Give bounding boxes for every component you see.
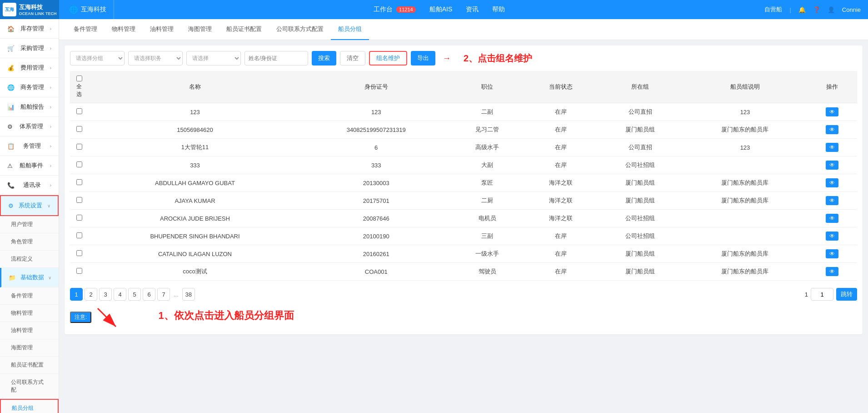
- th-position: 职位: [450, 71, 524, 103]
- tab-oil[interactable]: 油料管理: [143, 19, 181, 40]
- view-button[interactable]: 👁: [826, 125, 838, 134]
- group-maintain-button[interactable]: 组名维护: [369, 51, 407, 65]
- sidebar-item-ship-report[interactable]: 📊 船舶报告 ›: [0, 97, 59, 117]
- tab-company-contact[interactable]: 公司联系方式配置: [269, 19, 331, 40]
- nav-news[interactable]: 资讯: [466, 5, 479, 14]
- sidebar-item-contacts[interactable]: 📞 通讯录 ›: [0, 176, 59, 195]
- self-ship[interactable]: 自营船: [764, 5, 782, 14]
- tab-material[interactable]: 物料管理: [105, 19, 143, 40]
- row-position: 二副: [450, 103, 524, 121]
- filter-bar: 请选择分组 请选择职务 请选择 搜索 清空 组名维护 导出 → 2、点击组名维护: [70, 51, 857, 65]
- page-btn-3[interactable]: 3: [99, 288, 112, 301]
- logo-text: 互海科技 OCEAN LINK TECH: [19, 3, 57, 16]
- tab-crew-group[interactable]: 船员分组: [331, 19, 369, 40]
- row-position: 泵匠: [450, 174, 524, 192]
- select-all-checkbox[interactable]: [76, 76, 82, 81]
- page-btn-5[interactable]: 5: [128, 288, 141, 301]
- sidebar-item-crew-group[interactable]: 船员分组: [0, 399, 59, 413]
- row-checkbox[interactable]: [76, 232, 82, 238]
- notice-button[interactable]: 注意:: [70, 312, 91, 323]
- sidebar-item-cert-config[interactable]: 船员证书配置: [0, 357, 59, 374]
- question-icon[interactable]: ❓: [813, 6, 820, 13]
- sidebar-item-oil[interactable]: 油料管理: [0, 322, 59, 339]
- sidebar-item-material[interactable]: 物料管理: [0, 305, 59, 322]
- sidebar-item-spare-parts[interactable]: 备件管理: [0, 287, 59, 305]
- sidebar-item-role-mgmt[interactable]: 角色管理: [0, 233, 59, 251]
- name-id-input[interactable]: [244, 51, 308, 65]
- view-button[interactable]: 👁: [826, 107, 838, 116]
- page-btn-1[interactable]: 1: [70, 288, 83, 301]
- row-name: 15056984620: [88, 121, 302, 139]
- page-count: 1: [805, 291, 808, 298]
- sidebar-item-user-mgmt[interactable]: 用户管理: [0, 216, 59, 233]
- tab-cert-config[interactable]: 船员证书配置: [219, 19, 269, 40]
- nav-ship-ais[interactable]: 船舶AIS: [429, 5, 453, 14]
- view-button[interactable]: 👁: [826, 143, 838, 152]
- row-description: 厦门船东的船员库: [683, 192, 807, 210]
- row-checkbox[interactable]: [76, 126, 82, 132]
- user-name[interactable]: Connie: [842, 6, 861, 13]
- row-description: 厦门船东的船员库: [683, 245, 807, 263]
- status-select[interactable]: 请选择: [186, 51, 241, 65]
- tab-chart[interactable]: 海图管理: [181, 19, 219, 40]
- page-btn-6[interactable]: 6: [143, 288, 155, 301]
- row-checkbox[interactable]: [76, 179, 82, 185]
- view-button[interactable]: 👁: [826, 196, 838, 205]
- view-button[interactable]: 👁: [826, 161, 838, 170]
- sidebar-item-chart[interactable]: 海图管理: [0, 339, 59, 357]
- jump-input[interactable]: [811, 288, 833, 301]
- export-button[interactable]: 导出: [411, 51, 435, 65]
- page-btn-38[interactable]: 38: [182, 288, 195, 301]
- view-button[interactable]: 👁: [826, 267, 838, 276]
- page-btn-7[interactable]: 7: [157, 288, 170, 301]
- job-select[interactable]: 请选择职务: [128, 51, 183, 65]
- sidebar-item-business[interactable]: 🌐 商务管理 ›: [0, 78, 59, 97]
- content-panel: 请选择分组 请选择职务 请选择 搜索 清空 组名维护 导出 → 2、点击组名维护: [65, 45, 863, 334]
- row-id-no: 340825199507231319: [302, 121, 451, 139]
- sidebar-item-flow-def[interactable]: 流程定义: [0, 251, 59, 268]
- row-checkbox[interactable]: [76, 144, 82, 150]
- sidebar-item-company-contact[interactable]: 公司联系方式配: [0, 374, 59, 399]
- nav-workbench[interactable]: 工作台 11214: [374, 5, 416, 14]
- jump-button[interactable]: 跳转: [836, 288, 857, 301]
- row-checkbox[interactable]: [76, 108, 82, 114]
- nav-help[interactable]: 帮助: [492, 5, 505, 14]
- sidebar-item-inventory[interactable]: 🏠 库存管理 ›: [0, 19, 59, 39]
- chevron-icon: ›: [50, 85, 51, 90]
- row-description: [683, 210, 807, 227]
- view-button[interactable]: 👁: [826, 249, 838, 258]
- sidebar-item-ship-event[interactable]: ⚠ 船舶事件 ›: [0, 156, 59, 176]
- search-button[interactable]: 搜索: [312, 51, 336, 65]
- workbench-badge: 11214: [396, 6, 416, 13]
- row-checkbox-cell: [70, 210, 88, 227]
- row-id-no: 20100190: [302, 227, 451, 245]
- row-checkbox-cell: [70, 245, 88, 263]
- tab-spare-parts[interactable]: 备件管理: [66, 19, 105, 40]
- sidebar-item-purchase[interactable]: 🛒 采购管理 ›: [0, 39, 59, 58]
- row-checkbox[interactable]: [76, 215, 82, 221]
- row-checkbox[interactable]: [76, 250, 82, 256]
- nav-brand[interactable]: 🌐 互海科技: [59, 0, 114, 19]
- row-checkbox[interactable]: [76, 268, 82, 274]
- view-button[interactable]: 👁: [826, 232, 838, 241]
- sidebar-base-data[interactable]: 📁 基础数据 ∨: [0, 268, 59, 287]
- view-button[interactable]: 👁: [826, 214, 838, 223]
- table-row: 333 333 大副 在岸 公司社招组 👁: [70, 156, 857, 174]
- row-checkbox-cell: [70, 139, 88, 156]
- view-button[interactable]: 👁: [826, 178, 838, 187]
- sidebar-item-affairs[interactable]: 📋 务管理 ›: [0, 136, 59, 156]
- row-action: 👁: [807, 156, 857, 174]
- clear-button[interactable]: 清空: [340, 51, 365, 65]
- page-btn-4[interactable]: 4: [114, 288, 126, 301]
- row-checkbox[interactable]: [76, 161, 82, 167]
- chevron-down-icon: ∨: [48, 275, 51, 280]
- group-select[interactable]: 请选择分组: [70, 51, 125, 65]
- page-btn-2[interactable]: 2: [85, 288, 97, 301]
- table-row: CATALINO ILAGAN LUZON 20160261 一级水手 在岸 厦…: [70, 245, 857, 263]
- sidebar-item-system-settings[interactable]: ⚙ 系统设置 ∨: [0, 195, 59, 216]
- user-icon[interactable]: 👤: [828, 6, 835, 13]
- sidebar-item-cost[interactable]: 💰 费用管理 ›: [0, 58, 59, 78]
- bell-icon[interactable]: 🔔: [798, 6, 806, 13]
- row-checkbox[interactable]: [76, 197, 82, 203]
- sidebar-item-system-mgmt[interactable]: ⚙ 体系管理 ›: [0, 117, 59, 136]
